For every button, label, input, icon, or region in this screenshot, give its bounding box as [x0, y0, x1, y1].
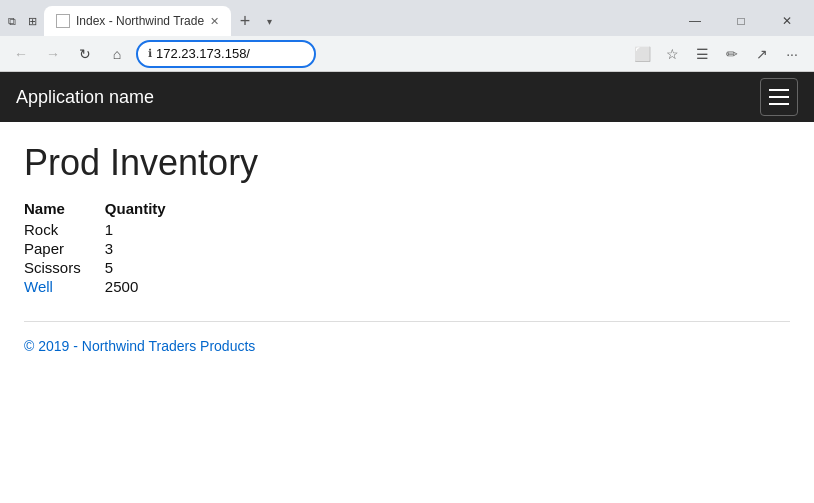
- split-screen-icon[interactable]: ⬜: [628, 40, 656, 68]
- table-header-quantity: Quantity: [105, 200, 206, 221]
- browser-menu-icon[interactable]: ⊞: [24, 13, 40, 29]
- home-button[interactable]: ⌂: [104, 41, 130, 67]
- tab-close-button[interactable]: ✕: [210, 15, 219, 28]
- back-button[interactable]: ←: [8, 41, 34, 67]
- address-bar: ← → ↻ ⌂ ℹ 172.23.173.158/ ⬜ ☆ ☰ ✏ ↗ ···: [0, 36, 814, 72]
- window-controls: — □ ✕: [672, 6, 810, 36]
- footer-divider: [24, 321, 790, 322]
- table-header-row: Name Quantity: [24, 200, 206, 221]
- table-cell-quantity: 1: [105, 221, 206, 240]
- more-icon[interactable]: ···: [778, 40, 806, 68]
- toolbar-icons: ⬜ ☆ ☰ ✏ ↗ ···: [628, 40, 806, 68]
- pen-icon[interactable]: ✏: [718, 40, 746, 68]
- table-cell-name: Scissors: [24, 259, 105, 278]
- hamburger-line-1: [769, 89, 789, 91]
- share-icon[interactable]: ↗: [748, 40, 776, 68]
- hamburger-line-2: [769, 96, 789, 98]
- hamburger-menu-button[interactable]: [760, 78, 798, 116]
- browser-controls-left: ⧉ ⊞: [4, 13, 40, 29]
- tab-bar: ⧉ ⊞ Index - Northwind Trade ✕ + ▾ — □ ✕: [0, 0, 814, 36]
- favorites-icon[interactable]: ☰: [688, 40, 716, 68]
- tab-stack-icon[interactable]: ⧉: [4, 13, 20, 29]
- address-input-wrap[interactable]: ℹ 172.23.173.158/: [136, 40, 316, 68]
- close-window-button[interactable]: ✕: [764, 6, 810, 36]
- table-cell-name: Paper: [24, 240, 105, 259]
- table-row: Paper3: [24, 240, 206, 259]
- table-cell-quantity: 3: [105, 240, 206, 259]
- table-cell-name[interactable]: Well: [24, 278, 105, 297]
- maximize-button[interactable]: □: [718, 6, 764, 36]
- table-row: Scissors5: [24, 259, 206, 278]
- inventory-table: Name Quantity Rock1Paper3Scissors5Well25…: [24, 200, 206, 297]
- table-header-name: Name: [24, 200, 105, 221]
- tab-title: Index - Northwind Trade: [76, 14, 204, 28]
- tab-dropdown-button[interactable]: ▾: [259, 7, 279, 35]
- forward-button[interactable]: →: [40, 41, 66, 67]
- refresh-button[interactable]: ↻: [72, 41, 98, 67]
- page-title: Prod Inventory: [24, 142, 790, 184]
- table-row: Rock1: [24, 221, 206, 240]
- minimize-button[interactable]: —: [672, 6, 718, 36]
- table-cell-quantity: 5: [105, 259, 206, 278]
- new-tab-button[interactable]: +: [231, 7, 259, 35]
- table-row: Well2500: [24, 278, 206, 297]
- lock-icon: ℹ: [148, 47, 152, 60]
- app-name: Application name: [16, 87, 154, 108]
- table-cell-quantity: 2500: [105, 278, 206, 297]
- footer-text: © 2019 - Northwind Traders Products: [24, 338, 790, 354]
- app-navbar: Application name: [0, 72, 814, 122]
- tab-favicon: [56, 14, 70, 28]
- address-display: 172.23.173.158/: [156, 46, 304, 61]
- table-cell-name: Rock: [24, 221, 105, 240]
- main-content: Prod Inventory Name Quantity Rock1Paper3…: [0, 122, 814, 374]
- hamburger-line-3: [769, 103, 789, 105]
- active-tab[interactable]: Index - Northwind Trade ✕: [44, 6, 231, 36]
- bookmark-icon[interactable]: ☆: [658, 40, 686, 68]
